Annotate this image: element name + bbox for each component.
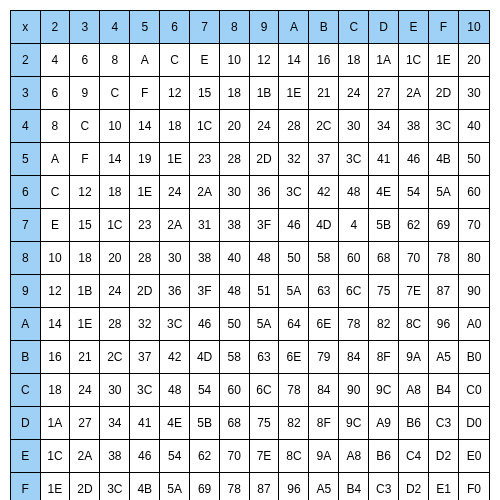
cell: A9 (369, 407, 399, 440)
cell: 1C (399, 44, 429, 77)
row-header: 9 (11, 275, 41, 308)
cell: 16 (309, 44, 339, 77)
cell: 4 (339, 209, 369, 242)
row-header: 3 (11, 77, 41, 110)
cell: 6E (309, 308, 339, 341)
cell: 40 (458, 110, 489, 143)
cell: 4B (130, 473, 160, 501)
cell: 8 (100, 44, 130, 77)
cell: 34 (100, 407, 130, 440)
cell: 2D (70, 473, 100, 501)
cell: 27 (70, 407, 100, 440)
cell: 2C (100, 341, 130, 374)
cell: 2A (190, 176, 220, 209)
cell: 46 (130, 440, 160, 473)
cell: 2A (70, 440, 100, 473)
cell: 1E (130, 176, 160, 209)
cell: 60 (339, 242, 369, 275)
col-header: 7 (190, 11, 220, 44)
cell: 4B (429, 143, 459, 176)
cell: 24 (70, 374, 100, 407)
cell: 1A (369, 44, 399, 77)
cell: 6C (339, 275, 369, 308)
cell: E (190, 44, 220, 77)
cell: 18 (160, 110, 190, 143)
cell: 1A (40, 407, 70, 440)
cell: 48 (339, 176, 369, 209)
cell: 50 (458, 143, 489, 176)
cell: B0 (458, 341, 489, 374)
cell: 30 (220, 176, 250, 209)
cell: 15 (70, 209, 100, 242)
cell: 24 (100, 275, 130, 308)
cell: 12 (40, 275, 70, 308)
cell: 8C (399, 308, 429, 341)
cell: 62 (190, 440, 220, 473)
cell: 5A (429, 176, 459, 209)
cell: 63 (309, 275, 339, 308)
cell: 30 (339, 110, 369, 143)
cell: 8F (309, 407, 339, 440)
cell: 58 (309, 242, 339, 275)
cell: 2D (249, 143, 279, 176)
cell: 3C (160, 308, 190, 341)
cell: 3F (249, 209, 279, 242)
cell: D0 (458, 407, 489, 440)
cell: 50 (279, 242, 309, 275)
cell: 62 (399, 209, 429, 242)
cell: 10 (220, 44, 250, 77)
cell: 96 (429, 308, 459, 341)
cell: 36 (249, 176, 279, 209)
row-header: B (11, 341, 41, 374)
cell: 2C (309, 110, 339, 143)
col-header: 6 (160, 11, 190, 44)
cell: 5A (160, 473, 190, 501)
cell: 58 (220, 341, 250, 374)
cell: 68 (220, 407, 250, 440)
col-header: 5 (130, 11, 160, 44)
cell: 1C (100, 209, 130, 242)
row-header: A (11, 308, 41, 341)
cell: 6C (249, 374, 279, 407)
cell: 46 (279, 209, 309, 242)
cell: 6 (40, 77, 70, 110)
cell: 46 (190, 308, 220, 341)
col-header: D (369, 11, 399, 44)
cell: 69 (190, 473, 220, 501)
cell: 15 (190, 77, 220, 110)
cell: 3C (130, 374, 160, 407)
cell: 82 (369, 308, 399, 341)
cell: 8F (369, 341, 399, 374)
cell: 12 (249, 44, 279, 77)
cell: 28 (100, 308, 130, 341)
cell: C3 (369, 473, 399, 501)
cell: 42 (160, 341, 190, 374)
row-header: 8 (11, 242, 41, 275)
col-header: C (339, 11, 369, 44)
cell: 87 (429, 275, 459, 308)
cell: E1 (429, 473, 459, 501)
col-header: A (279, 11, 309, 44)
cell: 4D (309, 209, 339, 242)
cell: 18 (40, 374, 70, 407)
col-header: 10 (458, 11, 489, 44)
cell: 18 (220, 77, 250, 110)
cell: 18 (100, 176, 130, 209)
cell: 1B (249, 77, 279, 110)
cell: 38 (190, 242, 220, 275)
cell: 69 (429, 209, 459, 242)
cell: 6E (279, 341, 309, 374)
cell: A (40, 143, 70, 176)
row-header: 4 (11, 110, 41, 143)
cell: 60 (220, 374, 250, 407)
cell: 37 (130, 341, 160, 374)
cell: 10 (40, 242, 70, 275)
cell: 2A (160, 209, 190, 242)
col-header: 3 (70, 11, 100, 44)
cell: E (40, 209, 70, 242)
cell: 41 (369, 143, 399, 176)
cell: 36 (160, 275, 190, 308)
cell: 46 (399, 143, 429, 176)
cell: 20 (100, 242, 130, 275)
cell: 8C (279, 440, 309, 473)
